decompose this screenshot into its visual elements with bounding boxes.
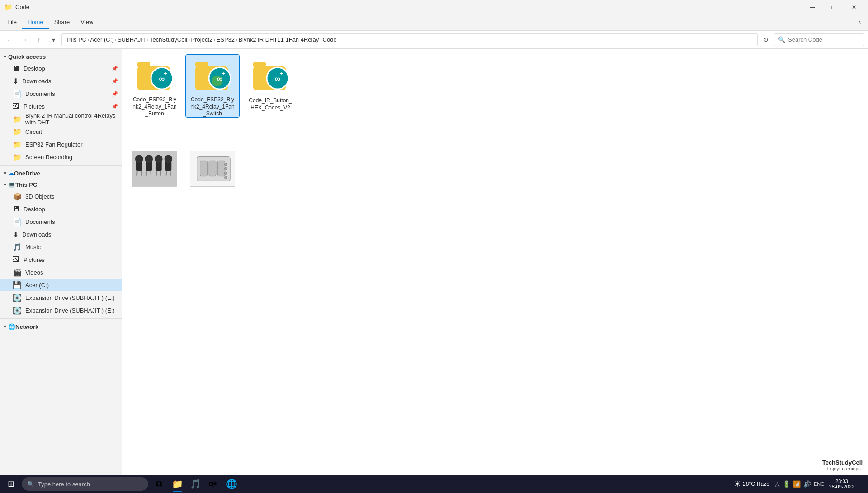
- sidebar-quick-access-label: Quick access: [8, 53, 46, 60]
- weather-icon: ☀: [734, 479, 741, 489]
- sidebar-item-documents[interactable]: 📄 Documents 📌: [0, 87, 122, 100]
- sidebar-3d-label: 3D Objects: [25, 193, 54, 200]
- file-item-ir[interactable]: ∞ + Code_IR_Button_HEX_Codes_V2: [243, 54, 297, 118]
- svg-line-29: [156, 171, 157, 176]
- sidebar-this-pc[interactable]: ▾ 💻 This PC: [0, 179, 122, 190]
- expansion-e2-icon: 💽: [13, 306, 22, 315]
- svg-line-25: [146, 171, 147, 176]
- recent-button[interactable]: ▾: [47, 33, 60, 46]
- taskbar-search-icon: 🔍: [27, 481, 34, 488]
- taskbar-corner[interactable]: [859, 475, 863, 493]
- sidebar-item-desktop2[interactable]: 🖥 Desktop: [0, 203, 122, 215]
- taskbar-search-box[interactable]: 🔍 Type here to search: [22, 477, 148, 491]
- videos-icon: 🎬: [13, 268, 22, 277]
- forward-button[interactable]: →: [18, 33, 31, 46]
- tray-lang[interactable]: ENG: [814, 481, 825, 487]
- taskbar-clock[interactable]: 23:03 28-09-2022: [826, 479, 857, 489]
- acer-c-icon: 💾: [13, 281, 22, 289]
- documents2-icon: 📄: [13, 218, 22, 226]
- tab-home[interactable]: Home: [22, 16, 49, 29]
- weather-widget[interactable]: ☀ 28°C Haze: [730, 479, 773, 489]
- start-button[interactable]: ⊞: [2, 475, 20, 493]
- taskbar-app-store[interactable]: 🛍: [204, 475, 222, 493]
- tray-battery-icon[interactable]: 🔋: [783, 480, 790, 488]
- breadcrumb-techstudycell[interactable]: TechStudyCell: [150, 36, 187, 43]
- svg-point-32: [165, 155, 173, 163]
- pictures-icon: 🖼: [13, 102, 20, 110]
- up-button[interactable]: ↑: [33, 33, 45, 46]
- tab-view[interactable]: View: [75, 16, 99, 29]
- tray-network-icon[interactable]: 📶: [793, 480, 801, 488]
- file-icon-button: ∞ +: [137, 58, 173, 94]
- sidebar-item-expansion-e2[interactable]: 💽 Expansion Drive (SUBHAJIT ) (E:): [0, 304, 122, 317]
- tab-share[interactable]: Share: [49, 16, 75, 29]
- sidebar-item-downloads[interactable]: ⬇ Downloads 📌: [0, 75, 122, 87]
- tray-expand-icon[interactable]: △: [775, 480, 780, 488]
- store-icon: 🛍: [209, 479, 218, 489]
- breadcrumb-esp32[interactable]: ESP32: [217, 36, 235, 43]
- tray-volume-icon[interactable]: 🔊: [803, 480, 811, 488]
- push-buttons-thumb: [132, 151, 177, 187]
- minimize-button[interactable]: —: [802, 0, 823, 14]
- file-icon-ir: ∞ +: [252, 58, 288, 95]
- sidebar-item-circuit[interactable]: 📁 Circuit: [0, 125, 122, 138]
- address-bar: ← → ↑ ▾ This PC › Acer (C:) › SUBHAJIT ›…: [0, 31, 868, 49]
- this-pc-icon: 💻: [8, 181, 15, 188]
- sidebar-item-videos[interactable]: 🎬 Videos: [0, 266, 122, 279]
- weather-condition: Haze: [757, 481, 769, 487]
- main-layout: ▾ Quick access 🖥 Desktop 📌 ⬇ Downloads 📌…: [0, 49, 868, 480]
- file-label-switch: Code_ESP32_Blynk2_4Relay_1Fan_Switch: [189, 96, 236, 118]
- sidebar-onedrive[interactable]: ▾ ☁ OneDrive: [0, 167, 122, 179]
- taskbar-app-taskview[interactable]: ⧉: [150, 475, 168, 493]
- downloads2-icon: ⬇: [13, 230, 19, 239]
- sidebar-item-pictures[interactable]: 🖼 Pictures 📌: [0, 100, 122, 113]
- sidebar-item-screenrec[interactable]: 📁 Screen Recording: [0, 151, 122, 163]
- taskbar-app-chrome[interactable]: 🌐: [222, 475, 241, 493]
- breadcrumb-subhajit[interactable]: SUBHAJIT: [118, 36, 146, 43]
- taskbar-app-winamp[interactable]: 🎵: [186, 475, 204, 493]
- breadcrumb-this-pc[interactable]: This PC: [66, 36, 86, 43]
- file-item-button[interactable]: ∞ + Code_ESP32_Blynk2_4Relay_1Fan_Button: [127, 54, 182, 118]
- sidebar-item-desktop[interactable]: 🖥 Desktop 📌: [0, 62, 122, 75]
- sidebar-item-pictures2[interactable]: 🖼 Pictures: [0, 253, 122, 266]
- refresh-button[interactable]: ↻: [760, 33, 772, 46]
- sidebar-quick-access[interactable]: ▾ Quick access: [0, 51, 122, 62]
- maximize-button[interactable]: □: [823, 0, 844, 14]
- watermark-line1: TechStudyCell: [822, 459, 863, 466]
- expansion-e-icon: 💽: [13, 294, 22, 302]
- svg-line-33: [166, 171, 166, 176]
- sidebar-item-expansion-e[interactable]: 💽 Expansion Drive (SUBHAJIT ) (E:): [0, 291, 122, 304]
- sidebar-item-3d-objects[interactable]: 📦 3D Objects: [0, 190, 122, 203]
- back-button[interactable]: ←: [4, 33, 16, 46]
- taskbar-app-explorer[interactable]: 📁: [168, 475, 186, 493]
- sidebar-item-esp32fan[interactable]: 📁 ESP32 Fan Regulator: [0, 138, 122, 151]
- sidebar-item-music[interactable]: 🎵 Music: [0, 241, 122, 253]
- ribbon-expand[interactable]: ∧: [853, 17, 866, 28]
- tab-file[interactable]: File: [2, 16, 22, 29]
- search-input[interactable]: [788, 36, 864, 43]
- sidebar-videos-label: Videos: [25, 269, 43, 276]
- breadcrumb-project2[interactable]: Project2: [191, 36, 213, 43]
- image-item-relayboard[interactable]: [185, 148, 240, 203]
- image-item-pushbuttons[interactable]: [127, 148, 182, 203]
- sidebar-network[interactable]: ▾ 🌐 Network: [0, 321, 122, 332]
- taskview-icon: ⧉: [156, 479, 162, 489]
- clock-time: 23:03: [835, 479, 848, 484]
- breadcrumb-acer[interactable]: Acer (C:): [90, 36, 114, 43]
- sidebar-expansion-e-label: Expansion Drive (SUBHAJIT ) (E:): [25, 294, 115, 301]
- breadcrumb-blynk2[interactable]: Blynk2 IR DHT11 1Fan 4Relay: [238, 36, 319, 43]
- sidebar-downloads2-label: Downloads: [22, 231, 51, 238]
- sidebar-item-documents2[interactable]: 📄 Documents: [0, 215, 122, 228]
- sidebar-item-blynk[interactable]: 📁 Blynk-2 IR Manual control 4Relays with…: [0, 113, 122, 125]
- esp32fan-folder-icon: 📁: [13, 140, 22, 149]
- svg-rect-39: [218, 161, 225, 176]
- onedrive-icon: ☁: [8, 170, 14, 177]
- address-path[interactable]: This PC › Acer (C:) › SUBHAJIT › TechStu…: [61, 33, 758, 46]
- close-button[interactable]: ✕: [844, 0, 864, 14]
- svg-point-24: [145, 155, 153, 163]
- sidebar-item-acer-c[interactable]: 💾 Acer (C:): [0, 279, 122, 291]
- sidebar-item-downloads2[interactable]: ⬇ Downloads: [0, 228, 122, 241]
- search-box[interactable]: 🔍: [774, 33, 864, 46]
- file-item-switch[interactable]: ∞ + Code_ESP32_Blynk2_4Relay_1Fan_Switch: [185, 54, 240, 118]
- pictures2-icon: 🖼: [13, 256, 20, 264]
